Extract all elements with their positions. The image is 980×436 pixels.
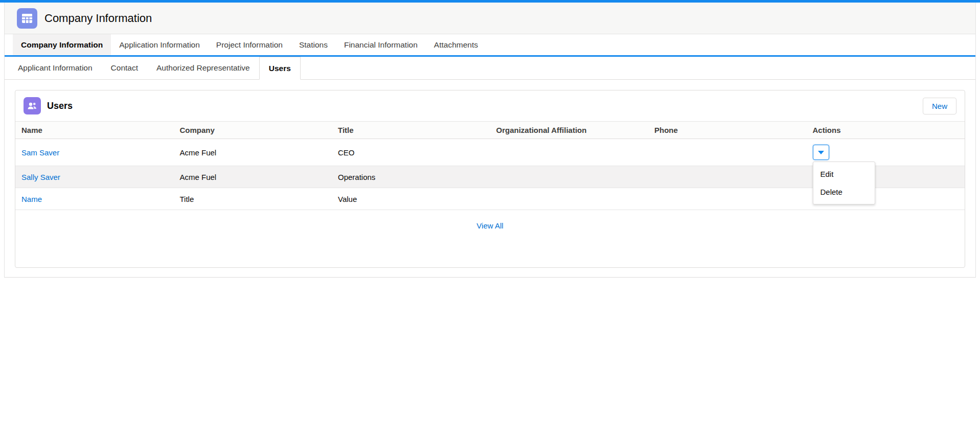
tab-project-information[interactable]: Project Information: [208, 34, 291, 55]
header-row: Name Company Title Organizational Affili…: [15, 122, 965, 139]
subtab-users[interactable]: Users: [259, 57, 301, 80]
users-table-head: Name Company Title Organizational Affili…: [15, 122, 965, 139]
company-cell: Acme Fuel: [174, 166, 332, 188]
tab-financial-information[interactable]: Financial Information: [336, 34, 426, 55]
user-name-link[interactable]: Name: [21, 195, 42, 203]
users-card: Users New Name Company Title Organizatio…: [15, 90, 965, 268]
phone-cell: [648, 166, 807, 188]
users-glyph-icon: [27, 101, 37, 111]
menu-item-edit[interactable]: Edit: [813, 165, 875, 183]
column-header-actions: Actions: [807, 122, 965, 139]
title-cell: CEO: [332, 139, 490, 166]
chevron-down-icon: [818, 151, 824, 154]
sub-tab-bar: Applicant Information Contact Authorized…: [5, 57, 975, 80]
column-header-title: Title: [332, 122, 490, 139]
subtab-applicant-information[interactable]: Applicant Information: [9, 57, 102, 79]
main-tab-bar: Company Information Application Informat…: [5, 34, 975, 57]
new-user-button[interactable]: New: [923, 98, 956, 114]
user-name-link[interactable]: Sally Saver: [21, 173, 60, 181]
phone-cell: [648, 188, 807, 210]
content-area: Users New Name Company Title Organizatio…: [5, 80, 975, 268]
column-header-phone: Phone: [648, 122, 807, 139]
column-header-organizational-affiliation: Organizational Affiliation: [490, 122, 649, 139]
subtab-authorized-representative[interactable]: Authorized Representative: [147, 57, 259, 79]
user-row: Sam Saver Acme Fuel CEO Edit Delete: [15, 139, 965, 166]
title-cell: Value: [332, 188, 490, 210]
user-name-link[interactable]: Sam Saver: [21, 148, 59, 157]
users-card-header: Users New: [15, 90, 965, 121]
tab-company-information[interactable]: Company Information: [13, 34, 111, 55]
tab-stations[interactable]: Stations: [291, 34, 336, 55]
view-all-row: View All: [15, 210, 965, 267]
page-frame: Company Information Company Information …: [4, 3, 976, 278]
users-card-title: Users: [47, 101, 73, 111]
column-header-name: Name: [15, 122, 174, 139]
org-affiliation-cell: [490, 166, 649, 188]
users-table-body: Sam Saver Acme Fuel CEO Edit Delete: [15, 139, 965, 210]
view-all-link[interactable]: View All: [476, 221, 503, 230]
company-cell: Acme Fuel: [174, 139, 332, 166]
title-cell: Operations: [332, 166, 490, 188]
table-grid-icon: [21, 13, 33, 24]
phone-cell: [648, 139, 807, 166]
row-actions-button[interactable]: [813, 145, 829, 160]
global-header: Company Information: [5, 3, 975, 34]
users-table: Name Company Title Organizational Affili…: [15, 121, 965, 210]
users-icon: [24, 97, 41, 114]
row-actions-menu: Edit Delete: [813, 162, 875, 204]
subtab-contact[interactable]: Contact: [102, 57, 147, 79]
menu-item-delete[interactable]: Delete: [813, 183, 875, 201]
page-title: Company Information: [44, 12, 152, 25]
company-info-icon: [17, 8, 37, 29]
org-affiliation-cell: [490, 139, 649, 166]
actions-cell: Edit Delete: [807, 139, 965, 166]
company-cell: Title: [174, 188, 332, 210]
column-header-company: Company: [174, 122, 332, 139]
org-affiliation-cell: [490, 188, 649, 210]
tab-attachments[interactable]: Attachments: [426, 34, 486, 55]
tab-application-information[interactable]: Application Information: [111, 34, 208, 55]
